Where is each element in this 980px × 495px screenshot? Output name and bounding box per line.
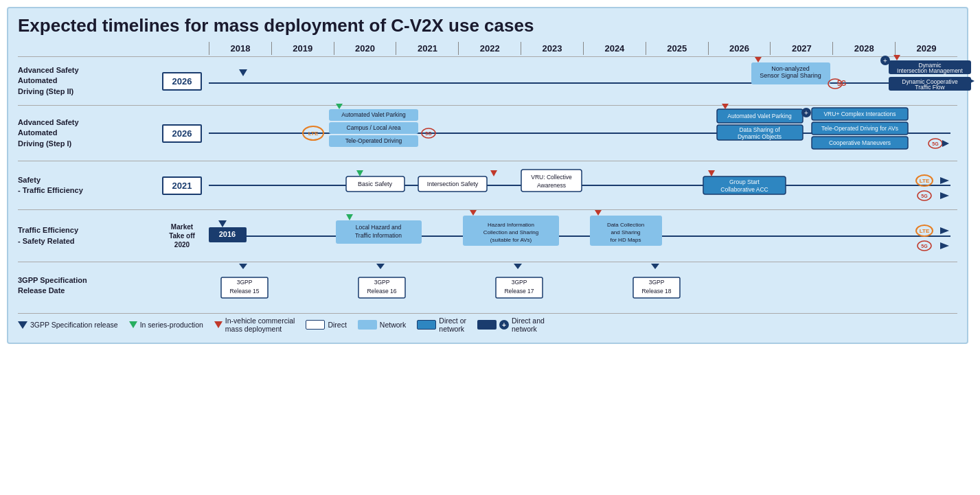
svg-marker-24 (722, 104, 729, 109)
svg-marker-70 (940, 242, 949, 249)
svg-text:LTE: LTE (308, 130, 319, 137)
tri-3gpp-step2 (239, 69, 247, 76)
svg-marker-18 (336, 104, 343, 109)
svg-text:Cooperative Maneuvers: Cooperative Maneuvers (829, 139, 891, 146)
legend-direct: Direct (306, 320, 346, 330)
tri-rel15 (239, 264, 247, 269)
svg-text:Automated Valet Parking: Automated Valet Parking (341, 111, 406, 118)
legend-direct-or-network: Direct ornetwork (417, 316, 466, 333)
legend: 3GPP Specification release In series-pro… (18, 313, 957, 336)
svg-text:Awareness: Awareness (537, 182, 566, 189)
svg-marker-56 (346, 214, 353, 220)
year-2026: 2026 (708, 42, 771, 55)
svg-text:(suitable for AVs): (suitable for AVs) (490, 237, 532, 243)
svg-marker-39 (490, 170, 497, 176)
main-container: Expected timelines for mass deployment o… (7, 7, 968, 344)
svg-step2: Non-analyzed Sensor Signal Sharing 5G Dy… (209, 57, 964, 105)
svg-text:Collaborative ACC: Collaborative ACC (720, 186, 768, 193)
svg-text:3GPP: 3GPP (649, 279, 665, 286)
year-2021: 2021 (396, 42, 458, 55)
svg-text:2016: 2016 (219, 230, 236, 238)
svg-marker-3 (755, 57, 762, 62)
svg-text:3GPP: 3GPP (512, 279, 527, 286)
svg-text:Data Collection: Data Collection (607, 222, 644, 228)
row-advanced-safety-step1: Advanced SafetyAutomatedDriving (Step I)… (18, 105, 957, 161)
svg-text:Hazard Information: Hazard Information (488, 222, 534, 228)
svg-text:5G: 5G (921, 194, 928, 198)
year-2023: 2023 (521, 42, 583, 55)
year-2022: 2022 (458, 42, 521, 55)
svg-text:and Sharing: and Sharing (611, 229, 640, 235)
svg-text:5G: 5G (425, 131, 432, 136)
legend-network: Network (358, 320, 407, 330)
svg-marker-8 (893, 55, 900, 60)
svg-text:Group Start: Group Start (729, 179, 760, 185)
timeline-step2: Non-analyzed Sensor Signal Sharing 5G Dy… (209, 57, 964, 105)
svg-text:Traffic Information: Traffic Information (355, 232, 402, 239)
year-2018: 2018 (209, 42, 271, 55)
year-box-step2: 2026 (162, 72, 202, 91)
legend-box-direct-and-network (477, 320, 497, 330)
legend-tri-green-icon (129, 321, 137, 328)
row-label-step2: Advanced SafetyAutomatedDriving (Step II… (18, 57, 155, 105)
timeline-safety: Basic Safety Intersection Safety VRU: Co… (209, 161, 964, 209)
year-2029: 2029 (895, 42, 957, 55)
year-2025: 2025 (646, 42, 708, 55)
year-2027: 2027 (770, 42, 832, 55)
svg-text:Sensor Signal Sharing: Sensor Signal Sharing (760, 72, 821, 79)
row-traffic-efficiency: Traffic Efficiency- Safety Related Marke… (18, 209, 957, 262)
svg-text:Intersection Safety: Intersection Safety (427, 181, 479, 187)
svg-text:Dynamic Objects: Dynamic Objects (738, 133, 782, 140)
svg-marker-50 (940, 192, 949, 199)
svg-text:3GPP: 3GPP (374, 279, 390, 286)
svg-marker-53 (218, 220, 227, 227)
svg-marker-64 (595, 210, 602, 216)
svg-marker-47 (940, 177, 949, 184)
svg-text:Traffic Flow: Traffic Flow (915, 84, 945, 91)
svg-text:Tele-Operated Driving: Tele-Operated Driving (345, 137, 402, 144)
year-2024: 2024 (583, 42, 646, 55)
legend-box-direct (306, 320, 325, 330)
svg-text:Collection and Sharing: Collection and Sharing (483, 229, 539, 235)
timeline-3gpp: 3GPP Release 15 3GPP Release 16 3GPP Rel… (209, 262, 964, 309)
legend-box-direct-or-network (417, 320, 436, 330)
svg-marker-34 (942, 140, 949, 147)
tri-rel17 (514, 264, 522, 269)
legend-tri-red-icon (214, 321, 223, 328)
svg-text:Release 16: Release 16 (367, 288, 396, 295)
svg-text:VRU: Collective: VRU: Collective (531, 174, 572, 181)
timeline-step1: LTE Automated Valet Parking Campus / Loc… (209, 106, 964, 161)
page-title: Expected timelines for mass deployment o… (18, 15, 957, 36)
legend-invehicle-commercial: In-vehicle commercialmass deployment (214, 316, 295, 333)
svg-text:Local Hazard and: Local Hazard and (356, 224, 402, 231)
svg-text:LTE: LTE (920, 178, 930, 184)
legend-tri-blue-icon (18, 321, 27, 329)
tri-rel18 (651, 264, 659, 269)
svg-marker-67 (940, 227, 949, 234)
svg-text:+: + (804, 109, 808, 117)
svg-marker-60 (470, 210, 477, 216)
svg-marker-37 (356, 170, 363, 176)
svg-text:Release 15: Release 15 (229, 288, 259, 295)
svg-text:Basic Safety: Basic Safety (358, 181, 393, 187)
svg-text:LTE: LTE (920, 228, 930, 234)
legend-direct-and-network: + Direct andnetwork (477, 316, 545, 333)
year-2020: 2020 (334, 42, 396, 55)
svg-text:Release 17: Release 17 (504, 288, 534, 295)
year-2019: 2019 (271, 42, 334, 55)
row-3gpp: 3GPP SpecificationRelease Date 3GPP Rele… (18, 262, 957, 309)
row-safety-traffic: Safety- Traffic Efficiency 2021 Basic Sa… (18, 161, 957, 209)
row-advanced-safety-step2: Advanced SafetyAutomatedDriving (Step II… (18, 56, 957, 105)
svg-text:Campus / Local Area: Campus / Local Area (347, 124, 401, 131)
svg-text:Tele-Operated Driving for AVs: Tele-Operated Driving for AVs (821, 125, 898, 132)
svg-text:3GPP: 3GPP (237, 279, 253, 286)
svg-text:VRU+ Complex Interactions: VRU+ Complex Interactions (823, 111, 896, 117)
timeline-traffic: 2016 Local Hazard and Traffic Informatio… (209, 210, 964, 262)
year-market-text: MarketTake off2020 (169, 222, 195, 249)
plus-circle-icon: + (499, 320, 509, 330)
legend-3gpp-release: 3GPP Specification release (18, 321, 118, 329)
year-2028: 2028 (832, 42, 895, 55)
tri-rel16 (376, 264, 385, 269)
svg-text:for HD Maps: for HD Maps (611, 237, 641, 243)
svg-text:Release 18: Release 18 (641, 288, 671, 295)
